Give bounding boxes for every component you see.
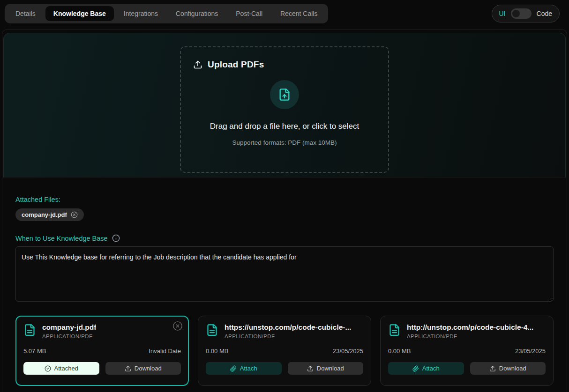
pdf-dropzone[interactable]: Upload PDFs Drag and drop a file here, o…: [180, 46, 389, 173]
when-to-use-row: When to Use Knowledge Base: [15, 234, 554, 242]
paperclip-icon: [230, 365, 237, 372]
main-panel: Upload PDFs Drag and drop a file here, o…: [2, 29, 567, 392]
ui-mode-label: UI: [499, 10, 506, 17]
download-button-label: Download: [499, 365, 526, 372]
knowledge-base-content: Attached Files: company-jd.pdf When to U…: [2, 196, 567, 386]
file-name: company-jd.pdf: [42, 323, 96, 332]
card-meta: 5.07 MB Invalid Date: [23, 348, 181, 355]
file-upload-badge: [270, 80, 299, 109]
card-header: company-jd.pdf APPLICATION/PDF: [23, 323, 181, 339]
upload-title: Upload PDFs: [208, 59, 264, 70]
attached-files-label: Attached Files:: [15, 196, 554, 203]
attach-button-label: Attach: [422, 365, 440, 372]
file-size: 0.00 MB: [388, 348, 411, 355]
download-button-label: Download: [317, 365, 344, 372]
file-text-icon: [206, 324, 218, 336]
paperclip-icon: [412, 365, 419, 372]
when-to-use-input[interactable]: Use This Knowledge base for referring to…: [15, 246, 554, 302]
dropzone-formats: Supported formats: PDF (max 10MB): [193, 139, 376, 146]
close-icon[interactable]: [172, 321, 183, 331]
upload-icon: [193, 60, 202, 69]
card-meta: 0.00 MB 23/05/2025: [388, 348, 546, 355]
attach-button[interactable]: Attach: [388, 362, 464, 375]
card-header: https://unstop.com/p/code-cubicle-... AP…: [206, 323, 363, 339]
download-icon: [307, 365, 314, 372]
switch-knob: [512, 10, 520, 17]
file-card-unstop-http: http://unstop.com/p/code-cubicle-4... AP…: [380, 316, 554, 386]
download-button[interactable]: Download: [470, 362, 546, 375]
attach-button-label: Attach: [240, 365, 257, 372]
info-icon[interactable]: [112, 234, 120, 242]
remove-chip-icon[interactable]: [71, 211, 78, 218]
ui-code-toggle[interactable]: UI Code: [492, 5, 560, 22]
upload-section: Upload PDFs Drag and drop a file here, o…: [3, 33, 566, 178]
file-type: APPLICATION/PDF: [407, 333, 533, 339]
card-actions: Attached Download: [23, 362, 181, 375]
mode-switch[interactable]: [511, 8, 532, 19]
file-name: http://unstop.com/p/code-cubicle-4...: [407, 323, 533, 332]
file-card-company-jd: company-jd.pdf APPLICATION/PDF 5.07 MB I…: [15, 316, 189, 386]
dropzone-header: Upload PDFs: [193, 59, 376, 70]
file-up-icon: [278, 88, 291, 101]
file-type: APPLICATION/PDF: [225, 333, 351, 339]
card-header: http://unstop.com/p/code-cubicle-4... AP…: [388, 323, 546, 339]
check-circle-icon: [45, 365, 51, 372]
nav-tabs: Details Knowledge Base Integrations Conf…: [5, 4, 328, 23]
tab-post-call[interactable]: Post-Call: [228, 6, 270, 21]
tab-configurations[interactable]: Configurations: [168, 6, 226, 21]
attached-button-label: Attached: [54, 365, 78, 372]
file-date: 23/05/2025: [515, 348, 546, 355]
file-type: APPLICATION/PDF: [42, 333, 96, 339]
download-icon: [125, 365, 131, 372]
top-bar: Details Knowledge Base Integrations Conf…: [0, 0, 569, 29]
file-text-icon: [388, 324, 401, 336]
attached-button[interactable]: Attached: [23, 362, 99, 375]
file-date: Invalid Date: [149, 348, 181, 355]
chip-filename: company-jd.pdf: [22, 211, 67, 218]
file-name: https://unstop.com/p/code-cubicle-...: [225, 323, 351, 332]
attach-button[interactable]: Attach: [206, 362, 282, 375]
download-icon: [489, 365, 496, 372]
file-size: 0.00 MB: [206, 348, 228, 355]
file-cards: company-jd.pdf APPLICATION/PDF 5.07 MB I…: [15, 316, 554, 386]
tab-knowledge-base[interactable]: Knowledge Base: [45, 6, 114, 21]
tab-integrations[interactable]: Integrations: [116, 6, 166, 21]
file-size: 5.07 MB: [23, 348, 46, 355]
when-to-use-label: When to Use Knowledge Base: [15, 235, 108, 242]
file-card-unstop-https: https://unstop.com/p/code-cubicle-... AP…: [198, 316, 371, 386]
card-actions: Attach Download: [388, 362, 546, 375]
file-text-icon: [23, 324, 36, 336]
tab-recent-calls[interactable]: Recent Calls: [272, 6, 325, 21]
dropzone-instruction: Drag and drop a file here, or click to s…: [193, 122, 376, 131]
card-actions: Attach Download: [206, 362, 363, 375]
card-meta: 0.00 MB 23/05/2025: [206, 348, 363, 355]
file-date: 23/05/2025: [333, 348, 363, 355]
tab-details[interactable]: Details: [7, 6, 44, 21]
attached-file-chip[interactable]: company-jd.pdf: [15, 208, 84, 221]
download-button-label: Download: [135, 365, 162, 372]
code-mode-label: Code: [537, 10, 552, 17]
download-button[interactable]: Download: [105, 362, 181, 375]
download-button[interactable]: Download: [288, 362, 364, 375]
